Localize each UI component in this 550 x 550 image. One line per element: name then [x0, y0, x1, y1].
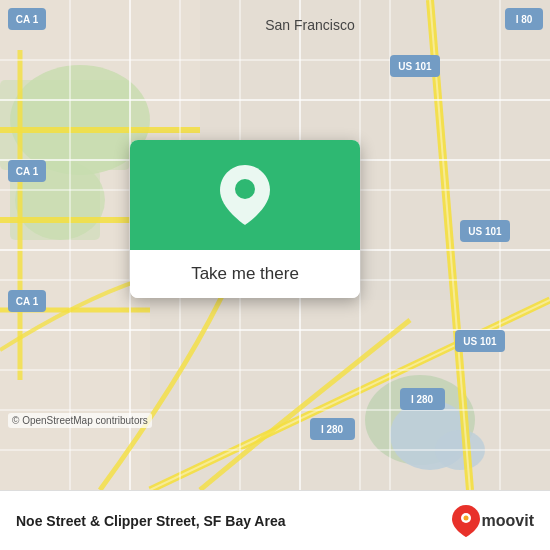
svg-text:San Francisco: San Francisco: [265, 17, 355, 33]
map-container: CA 1 CA 1 CA 1 US 101 US 101 US 101 I 28…: [0, 0, 550, 490]
svg-text:CA 1: CA 1: [16, 14, 39, 25]
card-green-section: [130, 140, 360, 250]
take-me-there-button[interactable]: Take me there: [150, 264, 340, 284]
svg-text:CA 1: CA 1: [16, 296, 39, 307]
location-info: Noe Street & Clipper Street, SF Bay Area: [16, 513, 452, 529]
svg-point-55: [235, 179, 255, 199]
svg-text:I 280: I 280: [321, 424, 344, 435]
take-me-there-card: Take me there: [130, 140, 360, 298]
svg-text:US 101: US 101: [468, 226, 502, 237]
svg-text:US 101: US 101: [398, 61, 432, 72]
moovit-logo: moovit: [452, 505, 534, 537]
svg-text:I 80: I 80: [516, 14, 533, 25]
moovit-logo-text: moovit: [482, 512, 534, 530]
bottom-bar: Noe Street & Clipper Street, SF Bay Area…: [0, 490, 550, 550]
map-attribution: © OpenStreetMap contributors: [8, 413, 152, 428]
moovit-logo-icon: [452, 505, 480, 537]
card-button-section: Take me there: [130, 250, 360, 298]
location-name: Noe Street & Clipper Street, SF Bay Area: [16, 513, 452, 529]
svg-text:US 101: US 101: [463, 336, 497, 347]
svg-point-57: [463, 515, 468, 520]
svg-text:CA 1: CA 1: [16, 166, 39, 177]
svg-text:I 280: I 280: [411, 394, 434, 405]
location-pin-icon: [220, 165, 270, 225]
